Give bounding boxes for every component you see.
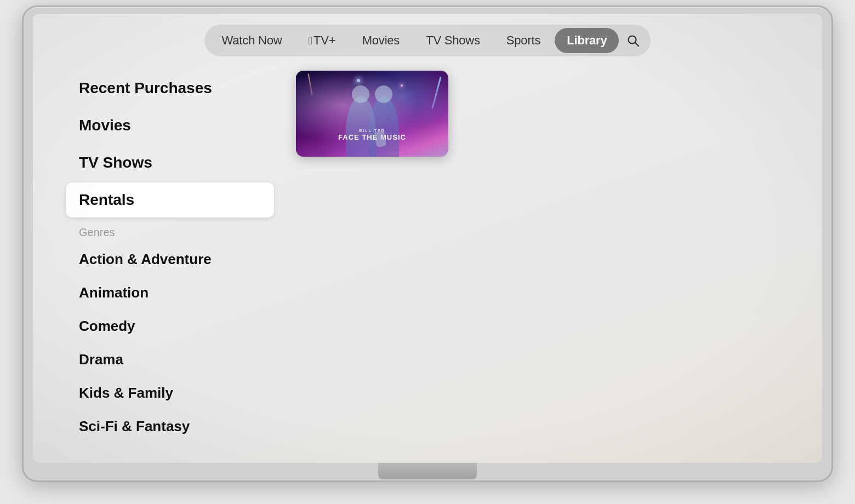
tv-screen: Watch Now TV+ Movies TV Shows Sports Li… — [33, 14, 822, 463]
sidebar-item-comedy[interactable]: Comedy — [66, 310, 274, 342]
sidebar: Recent Purchases Movies TV Shows Rentals… — [55, 65, 285, 455]
nav-item-sports[interactable]: Sports — [494, 28, 552, 53]
nav-pill: Watch Now TV+ Movies TV Shows Sports Li… — [204, 25, 651, 56]
sidebar-item-sci-fi-fantasy[interactable]: Sci-Fi & Fantasy — [66, 410, 274, 443]
nav-item-library[interactable]: Library — [555, 28, 619, 53]
sidebar-item-drama[interactable]: Drama — [66, 343, 274, 376]
sidebar-item-recent-purchases[interactable]: Recent Purchases — [66, 71, 274, 106]
navigation-bar: Watch Now TV+ Movies TV Shows Sports Li… — [33, 14, 822, 65]
sidebar-item-action-adventure[interactable]: Action & Adventure — [66, 243, 274, 276]
content-area: BILL TED FACE THE MUSIC — [285, 65, 800, 455]
movie-title: BILL TED FACE THE MUSIC — [338, 129, 406, 141]
tv-stand — [378, 463, 477, 479]
movie-subtitle: BILL TED — [338, 129, 406, 133]
svg-line-1 — [635, 43, 639, 46]
glow-spark-2 — [401, 84, 403, 87]
movie-characters — [296, 88, 448, 157]
movie-card-bill-ted[interactable]: BILL TED FACE THE MUSIC — [296, 71, 448, 157]
apple-logo-icon:  — [308, 35, 312, 47]
tv-outer: Watch Now TV+ Movies TV Shows Sports Li… — [22, 5, 833, 482]
nav-item-tv-shows[interactable]: TV Shows — [414, 28, 492, 53]
nav-item-movies[interactable]: Movies — [350, 28, 412, 53]
main-content: Recent Purchases Movies TV Shows Rentals… — [33, 65, 822, 455]
sidebar-item-kids-family[interactable]: Kids & Family — [66, 377, 274, 409]
sidebar-item-rentals[interactable]: Rentals — [66, 182, 274, 217]
movie-card-inner: BILL TED FACE THE MUSIC — [296, 71, 448, 157]
sidebar-item-movies[interactable]: Movies — [66, 108, 274, 143]
nav-apple-tv-label: TV+ — [314, 33, 336, 48]
search-button[interactable] — [621, 28, 645, 53]
character-left — [346, 96, 376, 157]
nav-item-apple-tv-plus[interactable]: TV+ — [296, 28, 347, 53]
nav-item-watch-now[interactable]: Watch Now — [210, 28, 294, 53]
sidebar-item-tv-shows[interactable]: TV Shows — [66, 145, 274, 180]
search-icon — [627, 35, 639, 47]
sidebar-item-animation[interactable]: Animation — [66, 277, 274, 309]
genres-section-label: Genres — [66, 220, 274, 243]
movie-main-title: FACE THE MUSIC — [338, 134, 406, 141]
